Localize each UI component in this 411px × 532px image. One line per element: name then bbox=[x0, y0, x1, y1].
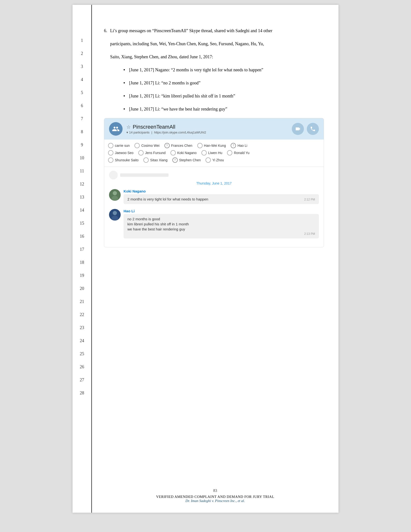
line-numbers: 1 2 3 4 5 6 7 8 9 10 11 12 13 14 15 16 1… bbox=[73, 5, 92, 513]
page-footer: 83 VERIFIED AMENDED COMPLAINT AND DEMAND… bbox=[92, 488, 338, 503]
participant-name: Koki Nagano bbox=[177, 151, 196, 155]
phone-icon bbox=[310, 126, 316, 132]
message-koki-nagano: Koki Nagano 2 months is very tight lol f… bbox=[109, 189, 319, 204]
line-7: 7 bbox=[73, 112, 91, 125]
participant-hanwei-kung: Han-Wei Kung bbox=[197, 143, 226, 148]
participant-icon bbox=[197, 143, 203, 148]
messages-area: Thursday, June 1, 2017 Koki Naga bbox=[104, 167, 324, 247]
bullet-item-3: • [June 1, 2017] Li: “kim libreri pulled… bbox=[123, 89, 324, 103]
participant-shunsuke-saito: Shunsuke Saito bbox=[108, 157, 139, 163]
line-8: 8 bbox=[73, 125, 91, 138]
blurred-text-block bbox=[120, 173, 319, 177]
haoli-line-2: kim libreri pulled his shit off in 1 mon… bbox=[127, 222, 315, 226]
item-6-number: 6. bbox=[104, 24, 107, 37]
participants-area: carrie sun Cosimo Wei ? Frances Chen bbox=[104, 140, 324, 167]
page-number: 83 bbox=[92, 488, 338, 493]
line-23: 23 bbox=[73, 321, 91, 334]
content-area: 6. Li’s group messages on “PinscreenTeam… bbox=[92, 5, 338, 513]
participant-name: Stephen Chen bbox=[179, 158, 201, 162]
participant-icon bbox=[134, 143, 140, 148]
svg-point-2 bbox=[112, 196, 118, 201]
svg-point-1 bbox=[113, 191, 117, 195]
skype-title-block: ☆ PinscreenTeamAll ▾ 14 participants | h… bbox=[126, 124, 206, 134]
date-separator-text: Thursday, June 1, 2017 bbox=[196, 181, 232, 185]
participant-icon: ? bbox=[231, 143, 236, 148]
line-4: 4 bbox=[73, 73, 91, 86]
haoli-message-content: Hao Li no 2 months is good kim libreri p… bbox=[123, 209, 319, 238]
koki-message-text: 2 months is very tight lol for what need… bbox=[127, 197, 208, 201]
participant-icon bbox=[108, 157, 113, 163]
participant-sitao-xiang: Sitao Xiang bbox=[143, 157, 168, 163]
participant-name: Frances Chen bbox=[171, 144, 192, 148]
participant-yi-zhou: Yi Zhou bbox=[206, 157, 224, 163]
haoli-line-3: we have the best hair rendering guy bbox=[127, 227, 315, 231]
footer-title: VERIFIED AMENDED COMPLAINT AND DEMAND FO… bbox=[92, 495, 338, 499]
koki-sender-name: Koki Nagano bbox=[123, 189, 319, 193]
haoli-line-1: no 2 months is good bbox=[127, 217, 315, 221]
line-9: 9 bbox=[73, 138, 91, 151]
bullet-text-2: [June 1, 2017] Li: “no 2 months is good” bbox=[129, 76, 200, 89]
page: 1 2 3 4 5 6 7 8 9 10 11 12 13 14 15 16 1… bbox=[73, 5, 338, 513]
line-11: 11 bbox=[73, 164, 91, 178]
participants-row-1: carrie sun Cosimo Wei ? Frances Chen bbox=[108, 143, 320, 148]
item-6-line3: Saito, Xiang, Stephen Chen, and Zhou, da… bbox=[110, 50, 272, 63]
participant-icon bbox=[108, 143, 113, 148]
participant-carrie-sun: carrie sun bbox=[108, 143, 130, 148]
line-21: 21 bbox=[73, 295, 91, 308]
line-27: 27 bbox=[73, 373, 91, 386]
koki-message-content: Koki Nagano 2 months is very tight lol f… bbox=[123, 189, 319, 204]
line-5: 5 bbox=[73, 86, 91, 99]
video-icon bbox=[295, 126, 301, 132]
participant-name: Ronald Yu bbox=[234, 151, 249, 155]
skype-header: ☆ PinscreenTeamAll ▾ 14 participants | h… bbox=[104, 118, 324, 140]
participant-icon bbox=[201, 150, 207, 155]
line-13: 13 bbox=[73, 190, 91, 204]
skype-subtitle: ▾ 14 participants | https://join.skype.c… bbox=[126, 131, 206, 134]
haoli-sender-name: Hao Li bbox=[123, 209, 319, 213]
skype-join-link: https://join.skype.com/L4Iuq1aWUhI2 bbox=[154, 131, 206, 134]
skype-group-avatar bbox=[109, 122, 122, 136]
participant-ronald-yu: Ronald Yu bbox=[227, 150, 249, 155]
participant-name: Cosimo Wei bbox=[141, 144, 159, 148]
participant-icon bbox=[108, 150, 113, 155]
line-18: 18 bbox=[73, 256, 91, 269]
bullet-text-1: [June 1, 2017] Nagano: “2 months is very… bbox=[129, 63, 263, 76]
video-call-button[interactable] bbox=[292, 123, 304, 135]
participant-name: Shunsuke Saito bbox=[115, 158, 139, 162]
item-6-line2: participants, including Sun, Wei, Yen-Ch… bbox=[110, 37, 272, 50]
skype-container: ☆ PinscreenTeamAll ▾ 14 participants | h… bbox=[104, 118, 324, 247]
participant-hao-li: ? Hao Li bbox=[231, 143, 247, 148]
participant-icon: ? bbox=[164, 143, 170, 148]
koki-avatar bbox=[109, 189, 121, 201]
koki-avatar-img bbox=[109, 189, 121, 201]
skype-channel-name: PinscreenTeamAll bbox=[133, 124, 175, 130]
bullet-text-3: [June 1, 2017] Li: “kim libreri pulled h… bbox=[129, 89, 235, 103]
participant-jaewoo-seo: Jaewoo Seo bbox=[108, 150, 133, 155]
bullet-item-2: • [June 1, 2017] Li: “no 2 months is goo… bbox=[123, 76, 324, 89]
participant-name: Liwen Hu bbox=[208, 151, 222, 155]
bullet-dot-4: • bbox=[123, 103, 125, 116]
blurred-header bbox=[109, 171, 319, 180]
participant-liwen-hu: Liwen Hu bbox=[201, 150, 222, 155]
skype-header-right bbox=[292, 123, 319, 135]
haoli-avatar-img bbox=[109, 209, 121, 220]
line-1: 1 bbox=[73, 34, 91, 47]
phone-call-button[interactable] bbox=[307, 123, 319, 135]
date-separator: Thursday, June 1, 2017 bbox=[109, 181, 319, 185]
message-hao-li: Hao Li no 2 months is good kim libreri p… bbox=[109, 209, 319, 238]
line-24: 24 bbox=[73, 334, 91, 347]
line-2: 2 bbox=[73, 47, 91, 60]
koki-message-bubble: 2 months is very tight lol for what need… bbox=[123, 194, 319, 204]
line-19: 19 bbox=[73, 269, 91, 282]
participant-icon bbox=[206, 157, 211, 163]
star-icon: ☆ bbox=[126, 124, 131, 130]
bullet-dot-3: • bbox=[123, 89, 125, 103]
group-icon bbox=[112, 125, 120, 133]
participants-row-3: Shunsuke Saito Sitao Xiang ? Stephen Che… bbox=[108, 157, 320, 163]
participant-icon bbox=[170, 150, 176, 155]
line-12: 12 bbox=[73, 178, 91, 190]
line-14: 14 bbox=[73, 204, 91, 217]
participant-name: Yi Zhou bbox=[212, 158, 224, 162]
line-6: 6 bbox=[73, 99, 91, 112]
participant-icon bbox=[143, 157, 149, 163]
